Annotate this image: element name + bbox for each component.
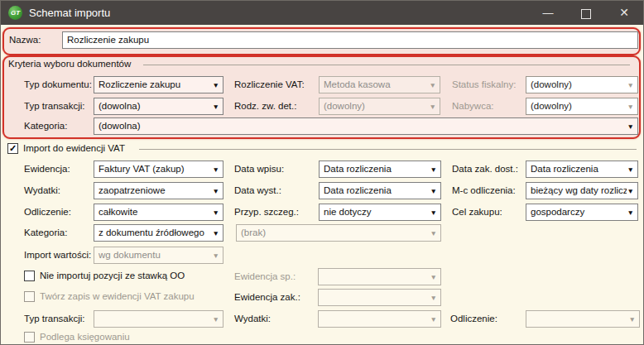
status-fiskalny-select[interactable]: (dowolny) ▼: [526, 76, 638, 93]
import-vat-label: Import do ewidencji VAT: [23, 143, 125, 153]
chevron-down-icon: ▼: [629, 315, 636, 323]
import-wartosci-value: wg dokumentu: [99, 250, 210, 260]
typ-transakcji-select[interactable]: (dowolna) ▼: [94, 98, 223, 115]
data-wpisu-select[interactable]: Data rozliczenia ▼: [319, 161, 441, 178]
wydatki-dolne-select: ▼: [318, 310, 441, 328]
data-wpisu-value: Data rozliczenia: [324, 164, 428, 174]
mc-odliczenia-value: bieżący wg daty rozlicze: [531, 185, 627, 195]
data-zak-dost-value: Data rozliczenia: [531, 164, 625, 174]
przyp-szczeg-label: Przyp. szczeg.:: [234, 207, 299, 217]
rozliczenie-vat-value: Metoda kasowa: [324, 79, 427, 89]
import-wartosci-select: wg dokumentu ▼: [94, 247, 223, 264]
chevron-down-icon: ▼: [430, 187, 437, 195]
ewidencja-value: Faktury VAT (zakup): [99, 164, 210, 174]
chevron-down-icon: ▼: [430, 81, 436, 89]
wydatki-value: zaopatrzeniowe: [99, 185, 210, 195]
kryteria-group-title: Kryteria wyboru dokumentów: [8, 59, 131, 69]
rodz-zw-det-label: Rodz. zw. det.:: [234, 101, 296, 111]
nazwa-input[interactable]: Rozliczenie zakupu: [62, 31, 638, 49]
ewidencja-sp-label: Ewidencja sp.:: [234, 271, 296, 281]
chevron-down-icon: ▼: [213, 252, 219, 260]
chevron-down-icon: ▼: [213, 187, 219, 195]
typ-dokumentu-select[interactable]: Rozliczenie zakupu ▼: [94, 76, 223, 93]
typ-dokumentu-label: Typ dokumentu:: [24, 79, 92, 89]
data-wyst-label: Data wyst.:: [234, 185, 281, 195]
rozliczenie-vat-select: Metoda kasowa ▼: [319, 76, 440, 93]
chevron-down-icon: ▼: [430, 315, 437, 323]
data-wyst-value: Data rozliczenia: [324, 185, 428, 195]
chevron-down-icon: ▼: [213, 229, 219, 237]
chevron-down-icon: ▼: [213, 315, 219, 323]
dialog-schemat-importu: GT Schemat importu — ✕ Nazwa: Rozliczeni…: [0, 0, 644, 345]
app-logo-icon: GT: [8, 6, 22, 20]
brak-select: (brak) ▼: [236, 224, 441, 242]
typ-transakcji-value: (dowolna): [99, 101, 210, 111]
ewidencja-zak-select: ▼: [318, 289, 441, 306]
odliczenie-dolne-label: Odliczenie:: [450, 314, 497, 323]
data-wyst-select[interactable]: Data rozliczenia ▼: [319, 182, 441, 199]
podlega-ksiegowaniu-checkbox: [24, 332, 35, 343]
status-fiskalny-label: Status fiskalny:: [452, 79, 516, 89]
data-zak-dost-select[interactable]: Data rozliczenia ▼: [526, 161, 638, 178]
kategoria-kryteria-label: Kategoria:: [24, 121, 67, 131]
chevron-down-icon: ▼: [213, 208, 219, 217]
chevron-down-icon: ▼: [213, 103, 219, 111]
data-zak-dost-label: Data zak. dost.:: [452, 164, 518, 174]
chevron-down-icon: ▼: [627, 165, 634, 174]
mc-odliczenia-label: M-c odliczenia:: [452, 185, 516, 195]
cel-zakupu-select[interactable]: gospodarczy ▼: [526, 204, 638, 221]
chevron-down-icon: ▼: [627, 103, 634, 111]
odliczenie-value: całkowite: [99, 207, 210, 217]
nie-importuj-label: Nie importuj pozycji ze stawką OO: [40, 271, 185, 280]
kategoria-import-label: Kategoria:: [24, 228, 67, 237]
chevron-down-icon: ▼: [627, 208, 634, 217]
cel-zakupu-value: gospodarczy: [531, 207, 625, 217]
chevron-down-icon: ▼: [430, 208, 437, 217]
kryteria-group-line: [143, 65, 630, 65]
chevron-down-icon: ▼: [627, 122, 634, 131]
kategoria-kryteria-select[interactable]: (dowolna) ▼: [94, 117, 638, 135]
tworz-zapis-checkbox: [24, 291, 35, 302]
odliczenie-select[interactable]: całkowite ▼: [94, 204, 223, 221]
kategoria-kryteria-value: (dowolna): [99, 121, 625, 131]
chevron-down-icon: ▼: [627, 81, 634, 89]
minimize-button[interactable]: —: [531, 1, 565, 25]
chevron-down-icon: ▼: [213, 165, 219, 174]
ewidencja-zak-label: Ewidencja zak.:: [234, 292, 300, 302]
nie-importuj-checkbox[interactable]: [24, 271, 35, 281]
import-wartosci-label: Import wartości:: [24, 250, 91, 260]
kategoria-import-value: z dokumentu źródłowego: [99, 228, 212, 237]
wydatki-label: Wydatki:: [24, 185, 60, 195]
ewidencja-sp-select: ▼: [318, 268, 441, 285]
chevron-down-icon: ▼: [430, 273, 437, 281]
brak-value: (brak): [241, 228, 428, 237]
kategoria-import-select[interactable]: z dokumentu źródłowego ▼: [94, 224, 223, 242]
nabywca-value: (dowolny): [531, 101, 625, 111]
wydatki-dolne-label: Wydatki:: [234, 314, 271, 323]
chevron-down-icon: ▼: [213, 81, 219, 89]
cel-zakupu-label: Cel zakupu:: [452, 207, 502, 217]
rodz-zw-det-select: (dowolny) ▼: [319, 98, 440, 115]
status-fiskalny-value: (dowolny): [531, 79, 625, 89]
maximize-icon: [581, 9, 591, 19]
nabywca-select[interactable]: (dowolny) ▼: [526, 98, 638, 115]
import-vat-checkbox[interactable]: ✓: [7, 143, 18, 154]
przyp-szczeg-value: nie dotyczy: [324, 207, 428, 217]
mc-odliczenia-select[interactable]: bieżący wg daty rozlicze ▼: [526, 182, 638, 199]
wydatki-select[interactable]: zaopatrzeniowe ▼: [94, 182, 223, 199]
rodz-zw-det-value: (dowolny): [324, 101, 427, 111]
chevron-down-icon: ▼: [430, 103, 436, 111]
ewidencja-select[interactable]: Faktury VAT (zakup) ▼: [94, 161, 223, 178]
przyp-szczeg-select[interactable]: nie dotyczy ▼: [319, 204, 441, 221]
maximize-button[interactable]: [569, 1, 603, 25]
odliczenie-label: Odliczenie:: [24, 207, 71, 217]
title-bar[interactable]: GT Schemat importu — ✕: [1, 1, 643, 25]
close-button[interactable]: ✕: [607, 1, 642, 25]
typ-dokumentu-value: Rozliczenie zakupu: [99, 79, 210, 89]
typ-transakcji-dolny-label: Typ transakcji:: [24, 314, 85, 323]
typ-transakcji-label: Typ transakcji:: [24, 101, 85, 111]
chevron-down-icon: ▼: [430, 229, 437, 237]
tworz-zapis-label: Twórz zapis w ewidencji VAT zakupu: [40, 291, 195, 301]
rozliczenie-vat-label: Rozliczenie VAT:: [234, 79, 305, 89]
chevron-down-icon: ▼: [430, 294, 437, 302]
